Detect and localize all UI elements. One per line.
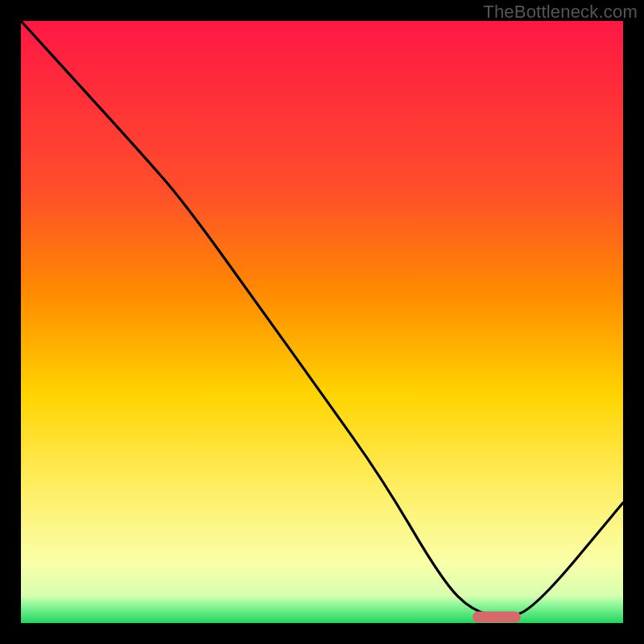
- bottleneck-chart: [0, 0, 644, 644]
- plot-area: [21, 21, 623, 623]
- watermark-text: TheBottleneck.com: [483, 2, 638, 23]
- gradient-background: [21, 21, 623, 623]
- optimal-marker: [473, 612, 521, 623]
- chart-container: TheBottleneck.com: [0, 0, 644, 644]
